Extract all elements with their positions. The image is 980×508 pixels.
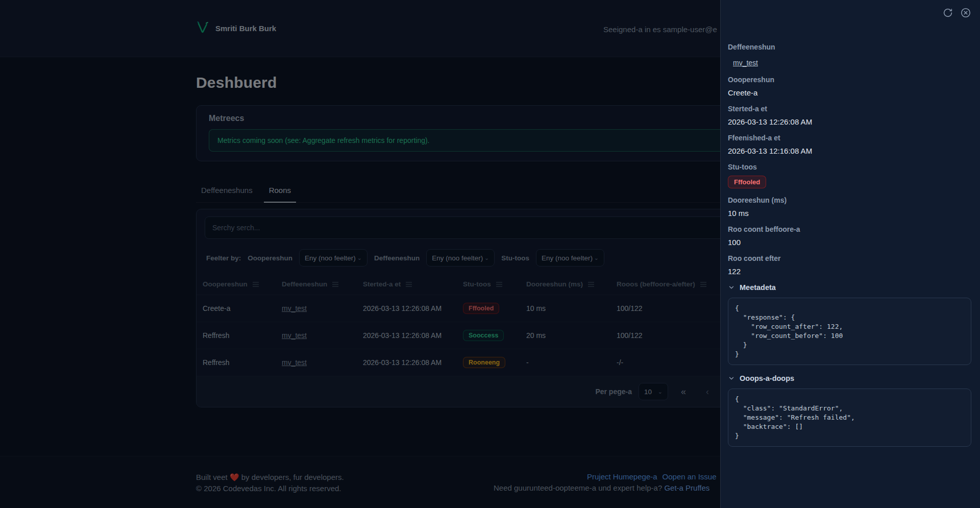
- error-section-toggle[interactable]: Ooops-a-doops: [728, 374, 971, 382]
- run-details-drawer: Deffeeneshun mv_test Ooopereshun Creete-…: [720, 0, 980, 508]
- field-label: Sterted-a et: [728, 105, 971, 113]
- close-icon[interactable]: [960, 7, 971, 18]
- field-value: 2026-03-13 12:26:08 AM: [728, 117, 971, 126]
- field-label: Dooreeshun (ms): [728, 196, 971, 204]
- metadata-section-toggle[interactable]: Meetadeta: [728, 283, 971, 292]
- field-label: Ooopereshun: [728, 76, 971, 84]
- status-badge: Fffooled: [728, 176, 766, 188]
- field-label: Ffeenished-a et: [728, 134, 971, 142]
- field-value: 10 ms: [728, 209, 971, 217]
- refresh-icon[interactable]: [942, 7, 953, 18]
- definition-link[interactable]: mv_test: [728, 56, 758, 68]
- field-value: 100: [728, 238, 971, 247]
- chevron-down-icon: [728, 375, 735, 382]
- field-label: Stu-toos: [728, 163, 971, 171]
- metadata-code-block: { "response": { "row_count_after": 122, …: [728, 298, 971, 365]
- field-label: Deffeeneshun: [728, 43, 971, 51]
- field-label: Roo coont efter: [728, 254, 971, 262]
- drawer-field-row-count-after: Roo coont efter 122: [728, 254, 971, 276]
- field-value: 2026-03-13 12:16:08 AM: [728, 147, 971, 155]
- drawer-field-operation: Ooopereshun Creete-a: [728, 76, 971, 97]
- drawer-field-duration: Dooreeshun (ms) 10 ms: [728, 196, 971, 217]
- error-code-block: { "class": "StandardError", "message": "…: [728, 389, 971, 447]
- drawer-field-finished-at: Ffeenished-a et 2026-03-13 12:16:08 AM: [728, 134, 971, 155]
- field-value: 122: [728, 267, 971, 276]
- drawer-field-started-at: Sterted-a et 2026-03-13 12:26:08 AM: [728, 105, 971, 126]
- chevron-down-icon: [728, 284, 735, 291]
- drawer-field-definition: Deffeeneshun mv_test: [728, 43, 971, 68]
- drawer-field-status: Stu-toos Fffooled: [728, 163, 971, 188]
- field-label: Roo coont beffoore-a: [728, 225, 971, 233]
- drawer-field-row-count-before: Roo coont beffoore-a 100: [728, 225, 971, 247]
- field-value: Creete-a: [728, 88, 971, 97]
